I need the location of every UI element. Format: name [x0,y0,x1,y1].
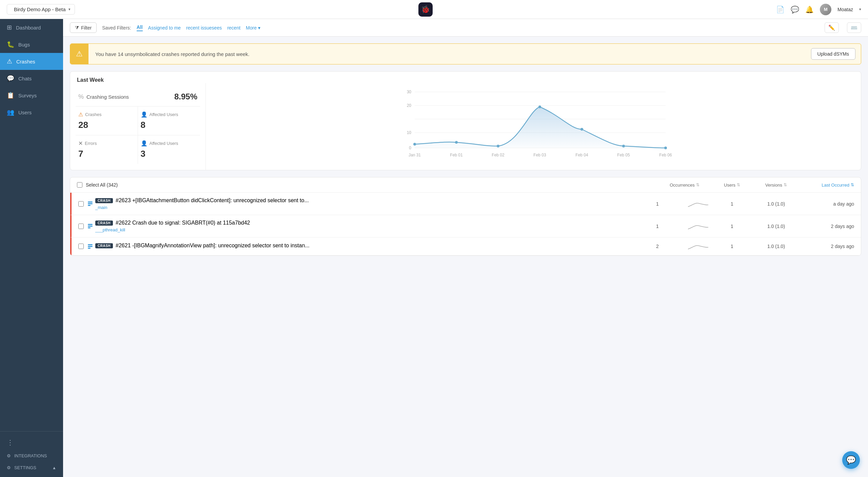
app-selector[interactable]: Birdy Demo App - Beta ▾ [7,4,75,15]
svg-text:Feb 01: Feb 01 [450,153,463,157]
issue-subtitle-2: ___pthread_kill [95,227,630,232]
sidebar-item-integrations[interactable]: ⚙ INTEGRATIONS [0,450,63,462]
users-column-header[interactable]: Users ⇅ [712,183,752,188]
select-all-checkbox[interactable] [77,182,82,188]
occurrences-column-header[interactable]: Occurrences ⇅ [657,183,712,188]
issue-badges-1: CRASH #2623 +[IBGAttachmentButton didCli… [95,197,630,204]
last-occurred-value-3: 2 days ago [800,244,854,249]
last-occurred-value-2: 2 days ago [800,224,854,229]
topbar-left: Birdy Demo App - Beta ▾ [7,4,75,15]
sidebar-item-surveys[interactable]: 📋 Surveys [0,87,63,104]
saved-filters-label: Saved Filters: [102,25,131,31]
upload-dsyms-button[interactable]: Upload dSYMs [811,48,855,60]
occurrence-value-3: 2 [630,244,685,249]
sparkline-2 [685,222,712,230]
sidebar-item-bugs[interactable]: 🐛 Bugs [0,36,63,53]
sidebar: ⊞ Dashboard 🐛 Bugs ⚠ Crashes 💬 Chats 📋 S… [0,19,63,477]
sparkline-1 [685,200,712,208]
settings-expand-icon: ▲ [52,465,56,470]
versions-sort-icon: ⇅ [784,183,787,187]
crashing-sessions-label: % Crashing Sessions [78,93,129,100]
percent-icon: % [78,93,84,100]
chat-fab-button[interactable]: 💬 [842,451,860,469]
svg-text:0: 0 [409,146,411,150]
stacked-lines-icon-2 [88,224,93,228]
svg-point-10 [455,141,458,144]
sidebar-item-users[interactable]: 👥 Users [0,104,63,121]
warning-message: You have 14 unsymbolicated crashes repor… [88,46,806,62]
filter-link-recent[interactable]: recent [227,25,240,31]
chat-icon[interactable]: 💬 [791,5,799,14]
select-all-label: Select All (342) [86,182,118,188]
user-value-1: 1 [712,201,752,207]
last-occurred-column-header[interactable]: Last Occurred ⇅ [800,183,854,188]
occurrence-value-1: 1 [630,201,685,207]
filter-link-recent-issues[interactable]: recent issuesees [186,25,222,31]
versions-column-header[interactable]: Versions ⇅ [752,183,800,188]
bell-icon[interactable]: 🔔 [805,5,814,14]
svg-point-12 [538,106,541,108]
filter-link-all[interactable]: All [137,24,143,31]
affected-users-errors-label: 👤 Affected Users [141,140,198,147]
row-checkbox-1[interactable] [78,201,84,207]
version-value-2: 1.0 (1.0) [752,224,800,229]
chart-area: 30 20 10 0 [206,83,861,170]
users-icon: 👥 [7,109,14,116]
edit-filters-button[interactable]: ✏️ [825,22,839,33]
warning-banner: ⚠ You have 14 unsymbolicated crashes rep… [70,43,861,64]
occurrences-sort-icon: ⇅ [696,183,699,187]
issue-badges-2: CRASH #2622 Crash due to signal: SIGABRT… [95,220,630,226]
crashing-sessions-value: 8.95% [174,92,197,101]
stats-body: % Crashing Sessions 8.95% ⚠ Crashes [70,83,861,170]
user-icon-2: 👤 [141,140,147,147]
document-icon[interactable]: 📄 [776,5,785,14]
crash-badge-1: CRASH [95,198,113,203]
filter-bar: ⧩ Filter Saved Filters: All Assigned to … [63,19,868,37]
issue-title-3: #2621 -[IBGMagnifyAnnotationView path]: … [116,243,310,249]
bugs-icon: 🐛 [7,41,14,48]
sidebar-label-integrations: INTEGRATIONS [14,453,47,458]
crashes-stat-box: ⚠ Crashes 28 [76,107,138,135]
svg-text:Feb 04: Feb 04 [575,153,588,157]
sidebar-item-dashboard[interactable]: ⊞ Dashboard [0,19,63,36]
app-name-label: Birdy Demo App - Beta [14,6,66,12]
sidebar-item-crashes[interactable]: ⚠ Crashes [0,53,63,70]
filter-more-button[interactable]: More ▾ [246,25,260,31]
filter-button[interactable]: ⧩ Filter [70,22,97,33]
table-row[interactable]: CRASH #2621 -[IBGMagnifyAnnotationView p… [70,237,861,255]
issue-badges-3: CRASH #2621 -[IBGMagnifyAnnotationView p… [95,243,630,249]
crashes-chart: 30 20 10 0 [211,89,855,163]
sidebar-label-crashes: Crashes [16,59,35,64]
sidebar-item-chats[interactable]: 💬 Chats [0,70,63,87]
svg-point-13 [580,128,583,131]
stacked-lines-icon-3 [88,244,93,249]
stats-title: Last Week [70,72,861,83]
errors-stat-box: ✕ Errors 7 [76,135,138,164]
stats-left-panel: % Crashing Sessions 8.95% ⚠ Crashes [70,83,206,170]
content-scroll: ⚠ You have 14 unsymbolicated crashes rep… [63,37,868,477]
row-checkbox-2[interactable] [78,224,84,229]
filter-link-assigned[interactable]: Assigned to me [148,25,181,31]
more-chevron-icon: ▾ [258,25,260,31]
svg-text:10: 10 [407,130,412,135]
affected-users-crashes-label: 👤 Affected Users [141,111,198,118]
affected-users-errors-box: 👤 Affected Users 3 [138,135,200,164]
issue-subtitle-1: _main [95,205,630,210]
more-options-icon[interactable]: ⋮ [0,435,63,450]
warning-icon-block: ⚠ [70,44,88,64]
crash-warning-icon: ⚠ [78,111,83,118]
chevron-down-icon: ▾ [68,7,71,12]
sidebar-item-settings[interactable]: ⚙ SETTINGS ▲ [0,462,63,474]
table-row[interactable]: CRASH #2622 Crash due to signal: SIGABRT… [70,215,861,237]
topbar-right: 📄 💬 🔔 M Moataz ▾ [776,4,861,15]
sidebar-bottom: ⋮ ⚙ INTEGRATIONS ⚙ SETTINGS ▲ [0,431,63,477]
row-checkbox-3[interactable] [78,244,84,249]
issues-table: Select All (342) Occurrences ⇅ Users ⇅ V… [70,177,861,256]
svg-point-11 [497,145,499,148]
avatar[interactable]: M [820,4,831,15]
user-value-3: 1 [712,244,752,249]
keyboard-shortcut-icon[interactable]: ⌨️ [847,22,861,33]
table-row[interactable]: CRASH #2623 +[IBGAttachmentButton didCli… [70,193,861,215]
topbar: Birdy Demo App - Beta ▾ 🐞 📄 💬 🔔 M Moataz… [0,0,868,19]
svg-text:Feb 02: Feb 02 [492,153,505,157]
